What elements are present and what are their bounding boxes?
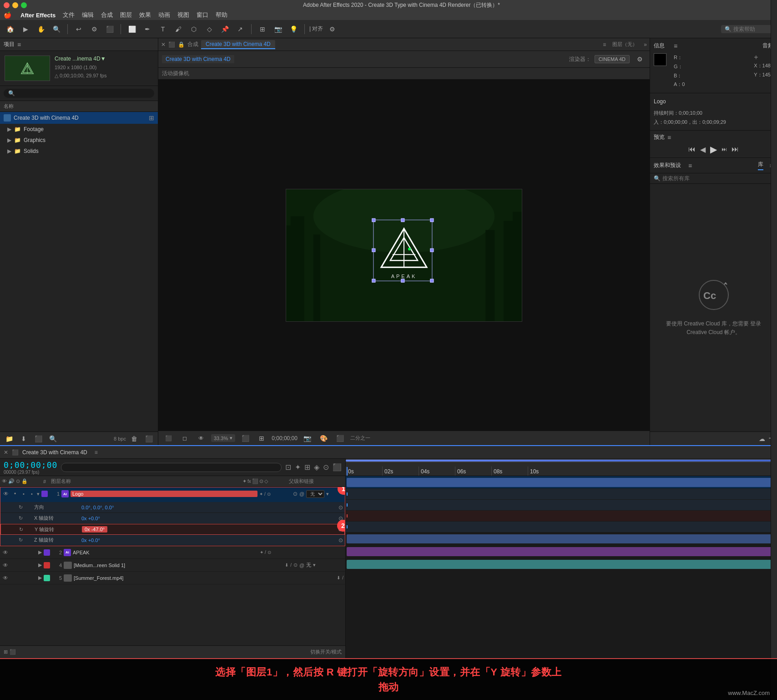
- next-frame-button[interactable]: ⏭: [722, 146, 727, 152]
- help-search-input[interactable]: [733, 26, 770, 32]
- menu-after-effects[interactable]: After Effects: [20, 12, 56, 19]
- grid-tool[interactable]: ⬛: [103, 23, 116, 36]
- project-item-solids[interactable]: ▶ 📁 Solids: [0, 146, 158, 157]
- menu-layer[interactable]: 图层: [120, 11, 132, 19]
- tl-timecode-value[interactable]: 0;00;00;00: [4, 460, 57, 470]
- sw2-1[interactable]: ✦: [260, 550, 263, 555]
- zoom-tool[interactable]: 🔍: [50, 23, 63, 36]
- layer-1-sw2[interactable]: /: [264, 492, 266, 497]
- skip-end-button[interactable]: ⏭: [732, 145, 739, 153]
- layer-row-1[interactable]: 👁 • • • ▾ 1 Ai Logo ✦ /: [0, 487, 345, 546]
- effects-search-input[interactable]: [662, 175, 773, 182]
- maximize-button[interactable]: [21, 2, 27, 8]
- sw2-2[interactable]: /: [265, 550, 266, 555]
- color-btn[interactable]: 🎨: [318, 432, 330, 445]
- comp-tab-active[interactable]: Create 3D with Cinema 4D: [201, 40, 275, 49]
- project-item-comp[interactable]: Create 3D with Cinema 4D ⊞: [0, 112, 158, 124]
- zoom-dropdown-icon[interactable]: ▾: [230, 435, 232, 441]
- camera-tool[interactable]: 📷: [272, 23, 284, 36]
- pen-tool[interactable]: ✒: [141, 23, 154, 36]
- tl-tool2[interactable]: ✦: [295, 463, 301, 472]
- toggle-expand-icon[interactable]: ⬛: [10, 649, 16, 655]
- find-button[interactable]: 🔍: [46, 432, 59, 445]
- menu-view[interactable]: 视图: [177, 11, 189, 19]
- sublayer-xrot-value[interactable]: 0x +0.0°: [81, 516, 100, 521]
- comp-tab-button[interactable]: Create 3D with Cinema 4D: [162, 55, 234, 63]
- close-button[interactable]: [4, 2, 10, 8]
- info-menu-icon[interactable]: ≡: [674, 42, 677, 50]
- layer-2-expand[interactable]: ▶: [38, 549, 42, 555]
- minimize-button[interactable]: [12, 2, 18, 8]
- expand-arrow-solids[interactable]: ▶: [7, 148, 11, 154]
- hand-tool[interactable]: ✋: [35, 23, 47, 36]
- expand-arrow-footage[interactable]: ▶: [7, 126, 11, 132]
- play-button[interactable]: ▶: [710, 144, 717, 155]
- sw2-3[interactable]: ⊙: [267, 550, 271, 555]
- menu-animation[interactable]: 动画: [158, 11, 170, 19]
- delete-button[interactable]: 🗑: [128, 432, 141, 445]
- home-tool[interactable]: 🏠: [4, 23, 16, 36]
- layer-4-name[interactable]: [Medium...reen Solid 1]: [74, 563, 281, 568]
- layer-row-2[interactable]: 👁 ▶ 2 Ai APEAK ✦ / ⊙: [0, 546, 345, 559]
- tl-tool3[interactable]: ⊞: [304, 463, 310, 472]
- project-item-footage[interactable]: ▶ 📁 Footage: [0, 124, 158, 135]
- layer-1-expand[interactable]: ▾: [37, 491, 40, 497]
- rect-tool[interactable]: ⬜: [126, 23, 138, 36]
- light-tool[interactable]: 💡: [287, 23, 300, 36]
- preview-comp-name[interactable]: Create ...inema 4D▼: [55, 56, 153, 62]
- viewer-settings-btn[interactable]: ⬛: [162, 432, 175, 445]
- skip-start-button[interactable]: ⏮: [688, 145, 696, 153]
- clone-tool[interactable]: ⬡: [187, 23, 200, 36]
- text-tool[interactable]: T: [156, 23, 169, 36]
- layer-2-name[interactable]: APEAK: [73, 550, 258, 555]
- snapshot-btn[interactable]: 📷: [301, 432, 314, 445]
- sublayer-direction-value[interactable]: 0.0°, 0.0°, 0.0°: [81, 505, 114, 510]
- layer-1-parent-select[interactable]: 无: [306, 490, 324, 498]
- viewer-mask-btn[interactable]: ◻: [178, 432, 191, 445]
- undo-tool[interactable]: ↩: [72, 23, 85, 36]
- brush-tool[interactable]: 🖌: [172, 23, 185, 36]
- expand-arrow-graphics[interactable]: ▶: [7, 137, 11, 143]
- settings-tool[interactable]: ⚙: [326, 23, 338, 36]
- menu-help[interactable]: 帮助: [216, 11, 227, 19]
- library-title[interactable]: 库: [758, 161, 763, 170]
- layer-row-5[interactable]: 👁 ▶ 5 [Summer_Forest.mp4] ⬇ /: [0, 572, 345, 584]
- cloud-button[interactable]: ☁: [756, 432, 768, 445]
- viewer-timecode[interactable]: 0;00;00;00: [272, 435, 298, 441]
- quality-btn[interactable]: ⬛: [334, 432, 347, 445]
- effects-menu-icon[interactable]: ≡: [688, 162, 692, 169]
- grid-toggle-btn[interactable]: ⊞: [255, 432, 268, 445]
- new-comp-button[interactable]: ⬛: [32, 432, 45, 445]
- project-search-input[interactable]: [17, 90, 150, 96]
- apple-menu-icon[interactable]: 🍎: [4, 11, 11, 19]
- sublayer-y-rotation[interactable]: ↻ Y 轴旋转 0x -47.0° ⊙ 2: [0, 524, 345, 535]
- layer-1-vis-icon[interactable]: 👁: [2, 491, 10, 497]
- layer-5-expand[interactable]: ▶: [38, 575, 42, 581]
- renderer-settings-button[interactable]: ⚙: [633, 53, 646, 66]
- viewer-zoom-control[interactable]: 33.3% ▾: [211, 434, 235, 442]
- viewer-toggle-btn[interactable]: 👁: [195, 432, 207, 445]
- pin-tool[interactable]: 📌: [218, 23, 231, 36]
- tl-tool6[interactable]: ⬛: [333, 463, 342, 472]
- sublayer-yrot-value[interactable]: 0x -47.0°: [82, 526, 107, 533]
- expand-panel-icon[interactable]: »: [644, 41, 647, 48]
- layer-4-vis[interactable]: 👁: [2, 562, 9, 568]
- renderer-value[interactable]: CINEMA 4D: [595, 55, 630, 63]
- layer-4-parent-drop[interactable]: ▾: [313, 562, 316, 568]
- prev-frame-button[interactable]: ◀: [700, 145, 706, 154]
- layer-5-switch1[interactable]: ⬇: [337, 575, 340, 580]
- toggle-switches-icon[interactable]: ⊞: [4, 649, 8, 655]
- project-panel-menu-icon[interactable]: ≡: [17, 41, 21, 48]
- comp-menu-icon[interactable]: ≡: [603, 41, 606, 48]
- layer-5-switch2[interactable]: /: [342, 575, 343, 580]
- close-comp-icon[interactable]: ✕: [161, 41, 166, 48]
- layer-5-name[interactable]: [Summer_Forest.mp4]: [74, 575, 333, 581]
- layer-row-4[interactable]: 👁 ▶ 4 [Medium...reen Solid 1] ⬇ / ⊙: [0, 559, 345, 572]
- layer-4-switch1[interactable]: ⬇: [285, 563, 288, 568]
- menu-window[interactable]: 窗口: [197, 11, 208, 19]
- shape-tool[interactable]: ◇: [203, 23, 216, 36]
- import-button[interactable]: ⬇: [17, 432, 30, 445]
- select-tool[interactable]: ▶: [19, 23, 32, 36]
- tl-tool4[interactable]: ◈: [314, 463, 319, 472]
- new-folder-button[interactable]: 📁: [3, 432, 15, 445]
